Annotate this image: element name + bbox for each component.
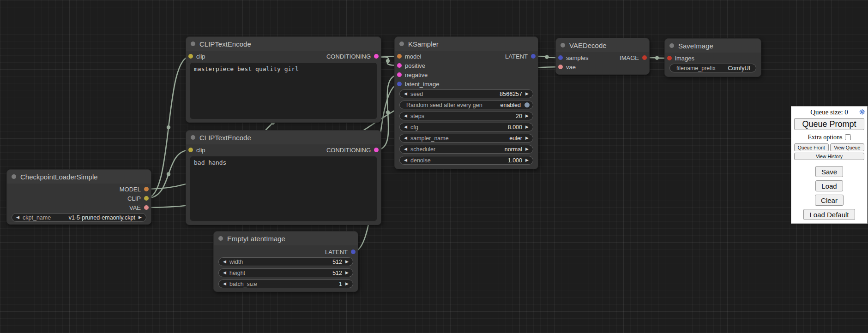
increment-arrow-icon[interactable]: ▶ (344, 280, 350, 288)
node-collapse-dot-icon[interactable] (218, 236, 223, 241)
node-collapse-dot-icon[interactable] (669, 43, 674, 48)
latent-output-dot[interactable] (351, 250, 356, 254)
queue-front-button[interactable]: Queue Front (794, 143, 829, 151)
increment-arrow-icon[interactable]: ▶ (524, 90, 530, 98)
decrement-arrow-icon[interactable]: ◀ (15, 214, 20, 221)
widget-value: 1.000 (508, 157, 522, 164)
node-vaedecode[interactable]: VAEDecode samples IMAGE vae (555, 38, 650, 75)
increment-arrow-icon[interactable]: ▶ (344, 258, 350, 266)
decrement-arrow-icon[interactable]: ◀ (403, 156, 408, 164)
seed-widget[interactable]: ◀ seed 8566257 ▶ (399, 89, 533, 98)
node-ksampler[interactable]: KSampler model LATENT positive negative … (394, 36, 538, 169)
vae-input-dot[interactable] (558, 65, 563, 69)
increment-arrow-icon[interactable]: ▶ (344, 269, 350, 277)
clear-button[interactable]: Clear (815, 195, 844, 206)
width-widget[interactable]: ◀ width 512 ▶ (218, 257, 353, 266)
slot-label: samples (566, 54, 588, 61)
decrement-arrow-icon[interactable]: ◀ (222, 280, 227, 288)
node-cliptextencode-positive[interactable]: CLIPTextEncode clip CONDITIONING masterp… (186, 36, 381, 123)
increment-arrow-icon[interactable]: ▶ (138, 214, 143, 221)
scheduler-widget[interactable]: ◀ scheduler normal ▶ (399, 145, 533, 154)
input-slot-vae: vae (558, 62, 576, 71)
node-emptylatentimage[interactable]: EmptyLatentImage LATENT ◀ width 512 ▶ ◀ … (213, 231, 358, 292)
decrement-arrow-icon[interactable]: ◀ (222, 258, 227, 266)
view-queue-button[interactable]: View Queue (830, 143, 865, 151)
queue-size-label: Queue size: 0 (810, 108, 848, 116)
decrement-arrow-icon[interactable]: ◀ (403, 112, 408, 120)
widget-name: sampler_name (410, 135, 449, 142)
settings-gear-icon[interactable] (859, 109, 865, 115)
load-button[interactable]: Load (815, 180, 843, 191)
conditioning-output-dot[interactable] (374, 148, 379, 152)
node-saveimage[interactable]: SaveImage images filename_prefix ComfyUI (664, 38, 761, 77)
decrement-arrow-icon[interactable]: ◀ (403, 145, 408, 153)
node-title-bar[interactable]: KSampler (395, 37, 538, 51)
node-title-bar[interactable]: CLIPTextEncode (186, 131, 381, 144)
slot-label: vae (566, 64, 576, 71)
node-collapse-dot-icon[interactable] (399, 42, 404, 46)
denoise-widget[interactable]: ◀ denoise 1.000 ▶ (399, 156, 533, 165)
slot-label: latent_image (405, 81, 439, 88)
node-collapse-dot-icon[interactable] (561, 43, 565, 48)
queue-prompt-button[interactable]: Queue Prompt (794, 118, 864, 130)
samples-input-dot[interactable] (558, 55, 563, 60)
images-input-dot[interactable] (667, 56, 672, 60)
node-cliptextencode-negative[interactable]: CLIPTextEncode clip CONDITIONING bad han… (186, 130, 381, 225)
clip-input-dot[interactable] (188, 148, 193, 152)
node-title-bar[interactable]: CheckpointLoaderSimple (7, 170, 151, 184)
node-title-bar[interactable]: EmptyLatentImage (214, 232, 358, 245)
node-collapse-dot-icon[interactable] (12, 174, 16, 179)
node-title-bar[interactable]: VAEDecode (556, 38, 649, 52)
node-checkpointloadersimple[interactable]: CheckpointLoaderSimple MODEL CLIP VAE ◀ … (6, 169, 151, 225)
filename-prefix-widget[interactable]: filename_prefix ComfyUI (669, 64, 756, 72)
menu-header: Queue size: 0 (794, 108, 864, 116)
node-title-bar[interactable]: SaveImage (665, 39, 761, 53)
increment-arrow-icon[interactable]: ▶ (524, 134, 530, 142)
conditioning-output-dot[interactable] (374, 54, 379, 59)
node-canvas[interactable]: CheckpointLoaderSimple MODEL CLIP VAE ◀ … (0, 0, 868, 333)
increment-arrow-icon[interactable]: ▶ (524, 145, 530, 153)
vae-output-dot[interactable] (144, 205, 149, 210)
output-slot-vae: VAE (129, 203, 149, 212)
decrement-arrow-icon[interactable]: ◀ (403, 134, 408, 142)
clip-output-dot[interactable] (144, 196, 149, 201)
latent-image-input-dot[interactable] (397, 82, 402, 86)
increment-arrow-icon[interactable]: ▶ (524, 156, 530, 164)
widget-value: euler (509, 135, 522, 142)
extra-options-checkbox[interactable] (845, 134, 851, 140)
widget-name: seed (410, 91, 423, 97)
clip-input-dot[interactable] (188, 54, 193, 59)
model-output-dot[interactable] (144, 187, 149, 191)
node-title-bar[interactable]: CLIPTextEncode (186, 37, 381, 51)
cfg-widget[interactable]: ◀ cfg 8.000 ▶ (399, 123, 533, 131)
positive-input-dot[interactable] (397, 63, 402, 68)
node-collapse-dot-icon[interactable] (191, 42, 195, 46)
slot-label: CONDITIONING (326, 53, 371, 60)
random-seed-toggle[interactable]: Random seed after every gen enabled (399, 101, 533, 109)
save-button[interactable]: Save (815, 166, 843, 177)
negative-prompt-textarea[interactable]: bad hands (190, 156, 377, 221)
view-history-button[interactable]: View History (794, 153, 864, 160)
input-slot-positive: positive (397, 61, 425, 70)
sampler-name-widget[interactable]: ◀ sampler_name euler ▶ (399, 134, 533, 143)
negative-input-dot[interactable] (397, 72, 402, 77)
positive-prompt-textarea[interactable]: masterpiece best quality girl (190, 63, 377, 119)
model-input-dot[interactable] (397, 54, 402, 59)
toggle-knob[interactable] (524, 102, 530, 107)
image-output-dot[interactable] (642, 55, 647, 60)
increment-arrow-icon[interactable]: ▶ (524, 123, 530, 131)
node-collapse-dot-icon[interactable] (191, 135, 195, 140)
widget-name: denoise (410, 157, 431, 164)
batch-size-widget[interactable]: ◀ batch_size 1 ▶ (218, 279, 353, 288)
latent-output-dot[interactable] (531, 54, 536, 59)
decrement-arrow-icon[interactable]: ◀ (222, 269, 227, 277)
widget-name: height (229, 270, 245, 276)
height-widget[interactable]: ◀ height 512 ▶ (218, 268, 353, 277)
increment-arrow-icon[interactable]: ▶ (524, 112, 530, 120)
steps-widget[interactable]: ◀ steps 20 ▶ (399, 112, 533, 120)
decrement-arrow-icon[interactable]: ◀ (403, 90, 408, 98)
queue-buttons-row: Queue Front View Queue (794, 143, 864, 151)
load-default-button[interactable]: Load Default (803, 209, 855, 220)
decrement-arrow-icon[interactable]: ◀ (403, 123, 408, 131)
ckpt-name-widget[interactable]: ◀ ckpt_name v1-5-pruned-emaonly.ckpt ▶ (12, 213, 146, 222)
